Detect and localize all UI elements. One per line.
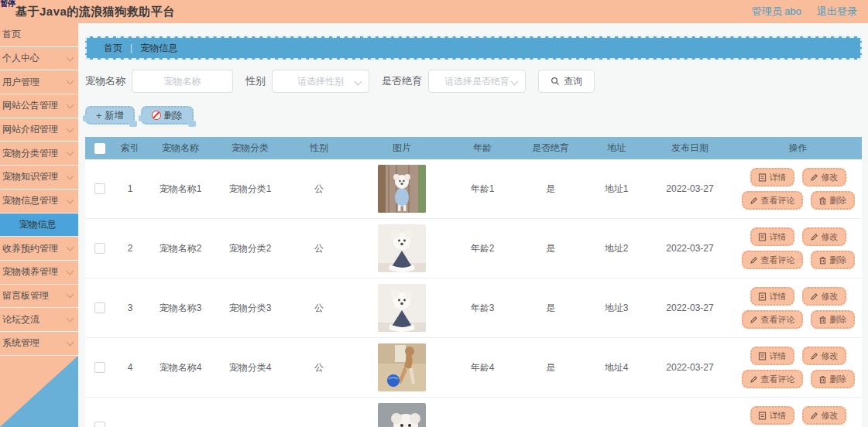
edit-icon: [810, 412, 818, 420]
chevron-down-icon: [67, 315, 74, 323]
row-checkbox[interactable]: [94, 183, 105, 194]
prohibition-icon: [152, 111, 161, 120]
sidebar-item-11[interactable]: 留言板管理: [0, 285, 78, 309]
cell-age: 年龄1: [451, 183, 514, 196]
action-button-label: 查看评论: [761, 314, 795, 326]
row-checkbox[interactable]: [94, 422, 105, 427]
add-button-label: 新增: [105, 109, 124, 122]
row-actions: 详情修改查看评论删除: [734, 406, 862, 427]
action-button-label: 删除: [830, 254, 847, 266]
sidebar-item-label: 宠物知识管理: [2, 170, 58, 183]
detail-button[interactable]: 详情: [750, 227, 794, 246]
delete-row-button[interactable]: 删除: [811, 370, 855, 388]
cell-age: 年龄3: [451, 302, 514, 315]
app-header: 暂停 基于Java的流浪猫狗救助平台 管理员 abo 退出登录: [0, 0, 868, 23]
row-checkbox[interactable]: [94, 362, 105, 373]
cell-index: 1: [115, 183, 146, 194]
edit-button[interactable]: 修改: [802, 227, 846, 246]
column-header: 性别: [285, 142, 353, 155]
cell-neutered: 是: [514, 302, 587, 315]
neutered-select[interactable]: 请选择是否绝育: [428, 70, 526, 93]
sidebar-item-5[interactable]: 宠物分类管理: [0, 142, 78, 166]
sidebar-item-10[interactable]: 宠物领养管理: [0, 261, 78, 285]
view-comments-button[interactable]: 查看评论: [742, 310, 803, 329]
sidebar-item-4[interactable]: 网站介绍管理: [0, 118, 78, 142]
sidebar-item-8[interactable]: 宠物信息: [0, 214, 78, 237]
delete-row-button[interactable]: 删除: [811, 191, 855, 210]
row-checkbox[interactable]: [94, 302, 105, 313]
cell-name: 宠物名称4: [146, 361, 215, 374]
detail-icon: [758, 233, 767, 241]
select-all-checkbox[interactable]: [94, 143, 105, 154]
delete-row-button[interactable]: 删除: [811, 310, 855, 329]
chevron-down-icon: [511, 78, 519, 86]
sidebar-item-9[interactable]: 收养预约管理: [0, 237, 78, 261]
view-comments-button[interactable]: 查看评论: [742, 370, 803, 388]
detail-icon: [758, 292, 767, 301]
neutered-select-placeholder: 请选择是否绝育: [444, 75, 509, 88]
gender-select[interactable]: 请选择性别: [272, 70, 369, 93]
sidebar-item-2[interactable]: 用户管理: [0, 70, 78, 94]
detail-button[interactable]: 详情: [750, 406, 794, 425]
cell-neutered: 是: [514, 183, 587, 196]
pet-photo: [378, 284, 426, 332]
column-header: 宠物分类: [215, 142, 285, 155]
edit-button[interactable]: 修改: [802, 347, 846, 365]
comment-edit-icon: [750, 256, 758, 265]
trash-icon: [818, 375, 827, 384]
view-comments-button[interactable]: 查看评论: [742, 191, 803, 210]
sidebar: 首页个人中心用户管理网站公告管理网站介绍管理宠物分类管理宠物知识管理宠物信息管理…: [0, 23, 78, 427]
cell-gender: 公: [285, 361, 353, 374]
sidebar-decoration-triangle: [0, 356, 78, 427]
row-checkbox[interactable]: [94, 243, 105, 254]
detail-icon: [758, 412, 767, 420]
cell-name: 宠物名称3: [146, 302, 215, 315]
sidebar-item-6[interactable]: 宠物知识管理: [0, 166, 78, 190]
edit-icon: [810, 233, 818, 241]
cell-category: 宠物分类1: [215, 183, 285, 196]
pet-image-cell: [353, 165, 451, 213]
column-header: 是否绝育: [514, 142, 587, 155]
pet-image-cell: [353, 343, 451, 391]
sidebar-item-13[interactable]: 系统管理: [0, 332, 78, 356]
sidebar-item-7[interactable]: 宠物信息管理: [0, 190, 78, 214]
edit-button[interactable]: 修改: [802, 168, 846, 186]
edit-icon: [810, 352, 818, 360]
detail-icon: [758, 173, 767, 182]
detail-button[interactable]: 详情: [750, 287, 794, 306]
search-button[interactable]: 查询: [538, 70, 595, 93]
sidebar-item-label: 宠物分类管理: [2, 147, 58, 160]
cell-index: 4: [115, 362, 146, 373]
trash-icon: [818, 256, 827, 265]
cell-category: 宠物分类4: [215, 361, 285, 374]
table-row: 1宠物名称1宠物分类1公年龄1是地址12022-03-27详情修改查看评论删除: [85, 159, 862, 219]
edit-button[interactable]: 修改: [802, 287, 846, 306]
add-button[interactable]: + 新增: [85, 106, 135, 125]
detail-button[interactable]: 详情: [750, 168, 794, 186]
delete-button[interactable]: 删除: [141, 106, 194, 125]
delete-row-button[interactable]: 删除: [811, 251, 855, 269]
view-comments-button[interactable]: 查看评论: [742, 251, 803, 269]
cell-date: 2022-03-27: [646, 302, 734, 313]
breadcrumb-home[interactable]: 首页: [104, 42, 122, 55]
action-button-label: 修改: [822, 231, 839, 243]
sidebar-item-3[interactable]: 网站公告管理: [0, 94, 78, 118]
sidebar-item-12[interactable]: 论坛交流: [0, 308, 78, 332]
edit-button[interactable]: 修改: [802, 406, 846, 425]
cell-category: 宠物分类2: [215, 242, 285, 255]
chevron-down-icon: [67, 173, 74, 180]
sidebar-item-label: 网站介绍管理: [2, 123, 58, 136]
pet-photo: [378, 403, 426, 427]
sidebar-item-label: 网站公告管理: [2, 99, 58, 112]
pet-image-cell: [353, 284, 451, 332]
sidebar-item-0[interactable]: 首页: [0, 23, 78, 47]
cell-category: 宠物分类3: [215, 302, 285, 315]
cell-gender: 公: [285, 242, 353, 255]
detail-button[interactable]: 详情: [750, 347, 794, 365]
pet-name-input[interactable]: [132, 70, 233, 93]
cell-address: 地址3: [587, 302, 646, 315]
breadcrumb-current: 宠物信息: [140, 42, 177, 55]
sidebar-item-1[interactable]: 个人中心: [0, 47, 78, 71]
action-button-label: 删除: [830, 314, 847, 326]
logout-link[interactable]: 退出登录: [817, 5, 857, 19]
